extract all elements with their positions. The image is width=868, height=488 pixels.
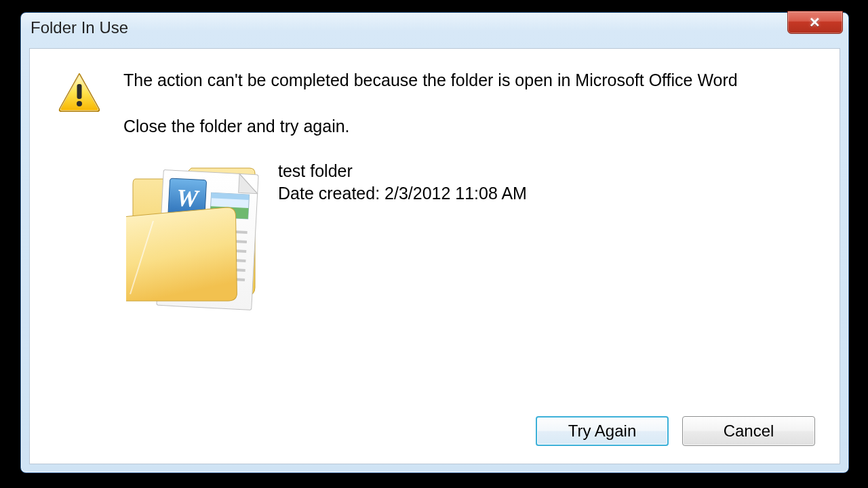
close-icon: ✕ [809,14,821,30]
primary-message: The action can't be completed because th… [123,69,821,92]
window-title: Folder In Use [31,18,128,37]
title-bar[interactable]: Folder In Use ✕ [21,13,848,43]
folder-icon: W [126,159,269,321]
dialog-content: The action can't be completed because th… [29,48,840,464]
cancel-button[interactable]: Cancel [682,416,815,446]
svg-text:W: W [176,184,201,212]
button-row: Try Again Cancel [536,416,815,446]
svg-rect-0 [77,84,82,99]
svg-point-1 [77,101,82,106]
item-name: test folder [278,160,527,183]
instruction-message: Close the folder and try again. [123,115,821,138]
dialog-window: Folder In Use ✕ [20,12,849,473]
warning-icon [49,69,110,113]
item-date-created: Date created: 2/3/2012 11:08 AM [278,182,527,205]
try-again-button[interactable]: Try Again [536,416,669,446]
close-button[interactable]: ✕ [787,11,843,34]
